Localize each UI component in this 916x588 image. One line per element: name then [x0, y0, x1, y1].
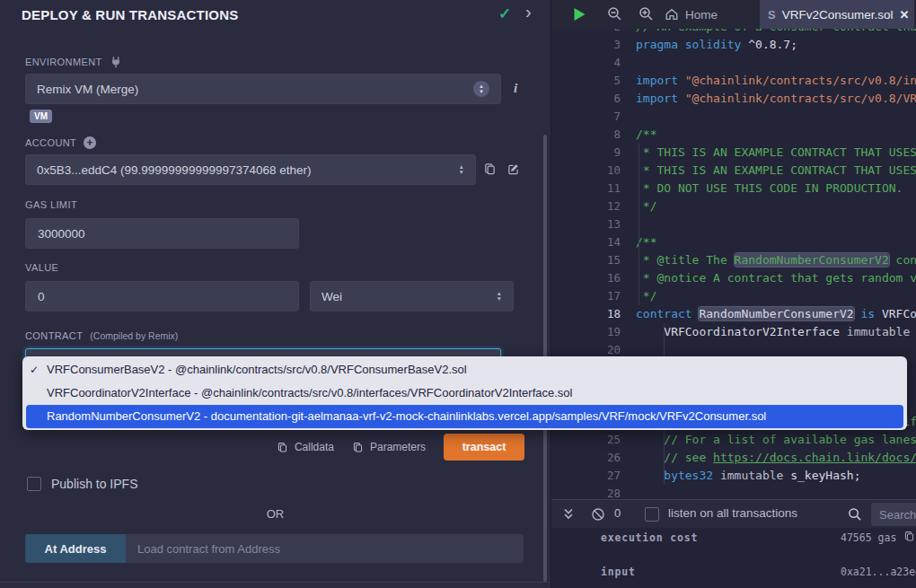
line-number[interactable]: 2	[551, 29, 621, 36]
value-unit-select[interactable]: Wei ▲▼	[310, 281, 514, 312]
clear-console-icon[interactable]	[591, 507, 605, 522]
line-number[interactable]: 8	[551, 126, 621, 144]
code-line[interactable]: 9 * THIS IS AN EXAMPLE CONTRACT THAT USE…	[551, 144, 916, 162]
tab-home[interactable]: Home	[665, 0, 718, 29]
line-number[interactable]: 7	[551, 108, 621, 126]
code-line[interactable]: 8/**	[551, 126, 916, 144]
chevron-right-icon[interactable]: ›	[525, 2, 532, 22]
dropdown-item[interactable]: VRFCoordinatorV2Interface - @chainlink/c…	[22, 382, 907, 405]
terminal-search-input[interactable]	[871, 503, 916, 526]
line-number[interactable]: 10	[551, 162, 621, 180]
line-text	[621, 485, 636, 499]
at-address-input[interactable]	[126, 534, 524, 563]
editor-tabbar: Home S VRFv2Consumer.sol ✕	[551, 0, 916, 29]
contract-dropdown: ✓VRFConsumerBaseV2 - @chainlink/contract…	[22, 356, 907, 430]
account-label: ACCOUNT +	[25, 136, 96, 149]
code-line[interactable]: 18contract RandomNumberConsumerV2 is VRF…	[551, 305, 916, 323]
code-line[interactable]: 25 // For a list of available gas lanes …	[551, 431, 916, 449]
line-number[interactable]: 27	[551, 467, 621, 485]
code-line[interactable]: 14/**	[551, 233, 916, 251]
indent-guide	[639, 144, 639, 305]
line-text: import "@chainlink/contracts/src/v0.8/VR…	[621, 90, 916, 108]
line-number[interactable]: 18	[551, 305, 621, 323]
line-number[interactable]: 4	[551, 54, 621, 72]
line-number[interactable]: 26	[551, 449, 621, 467]
line-text: VRFCoordinatorV2Interface immutable COOR…	[621, 323, 916, 341]
line-number[interactable]: 28	[551, 485, 621, 499]
code-line[interactable]: 6import "@chainlink/contracts/src/v0.8/V…	[551, 90, 916, 108]
search-icon	[848, 507, 862, 522]
line-number[interactable]: 16	[551, 269, 621, 287]
line-number[interactable]: 25	[551, 431, 621, 449]
info-icon[interactable]: i	[514, 81, 517, 96]
listen-all-checkbox[interactable]	[645, 507, 659, 522]
transact-button[interactable]: transact	[444, 434, 524, 461]
copy-icon	[277, 442, 288, 453]
zoom-in-icon[interactable]	[639, 6, 654, 22]
code-line[interactable]: 19 VRFCoordinatorV2Interface immutable C…	[551, 323, 916, 341]
gas-limit-input[interactable]	[25, 218, 299, 249]
run-script-icon[interactable]	[573, 7, 586, 22]
line-text: import "@chainlink/contracts/src/v0.8/in…	[621, 72, 916, 90]
code-line[interactable]: 3pragma solidity ^0.8.7;	[551, 36, 916, 54]
code-line[interactable]: 26 // see https://docs.chain.link/docs/v…	[551, 449, 916, 467]
code-line[interactable]: 16 * @notice A contract that gets random…	[551, 269, 916, 287]
line-number[interactable]: 17	[551, 287, 621, 305]
panel-title: DEPLOY & RUN TRANSACTIONS	[22, 7, 238, 22]
line-number[interactable]: 13	[551, 215, 621, 233]
copy-account-icon[interactable]	[483, 162, 497, 176]
line-number[interactable]: 9	[551, 144, 621, 162]
account-select[interactable]: 0x5B3...eddC4 (99.99999999999997374068 e…	[25, 154, 476, 185]
code-line[interactable]: 4	[551, 54, 916, 72]
value-unit: Wei	[321, 290, 342, 303]
parameters-action[interactable]: Parameters	[352, 441, 426, 453]
remix-ide: DEPLOY & RUN TRANSACTIONS ✓ › ENVIRONMEN…	[0, 0, 916, 588]
expand-terminal-icon[interactable]	[562, 507, 575, 521]
line-number[interactable]: 11	[551, 180, 621, 197]
home-icon	[665, 7, 679, 22]
terminal-content: execution cost 47565 gas input 0xa21...a…	[551, 528, 916, 588]
code-line[interactable]: 15 * @title The RandomNumberConsumerV2 c…	[551, 251, 916, 269]
line-number[interactable]: 3	[551, 36, 621, 54]
line-number[interactable]: 12	[551, 197, 621, 215]
code-line[interactable]: 17 */	[551, 287, 916, 305]
check-icon: ✓	[30, 358, 39, 382]
line-number[interactable]: 14	[551, 233, 621, 251]
listen-all-label: listen on all transactions	[668, 506, 797, 520]
environment-select[interactable]: Remix VM (Merge) ▲▼	[25, 74, 501, 104]
calldata-action[interactable]: Calldata	[277, 441, 334, 453]
line-number[interactable]: 15	[551, 251, 621, 269]
deploy-actions: Calldata Parameters transact	[0, 434, 524, 461]
copy-value-icon[interactable]	[903, 531, 915, 542]
dropdown-item[interactable]: ✓VRFConsumerBaseV2 - @chainlink/contract…	[22, 358, 907, 382]
tab-vrfv2consumer[interactable]: S VRFv2Consumer.sol ✕	[760, 0, 914, 29]
close-tab-icon[interactable]: ✕	[899, 8, 909, 22]
code-line[interactable]: 5import "@chainlink/contracts/src/v0.8/i…	[551, 72, 916, 90]
code-line[interactable]: 13	[551, 215, 916, 233]
code-line[interactable]: 12 */	[551, 197, 916, 215]
transaction-count-badge: 0	[614, 506, 621, 520]
dropdown-item[interactable]: RandomNumberConsumerV2 - documentation-g…	[26, 405, 903, 428]
code-line[interactable]: 10 * THIS IS AN EXAMPLE CONTRACT THAT US…	[551, 162, 916, 180]
code-line[interactable]: 27 bytes32 immutable s_keyHash;	[551, 467, 916, 485]
terminal-row-key: input	[601, 566, 636, 578]
line-number[interactable]: 19	[551, 323, 621, 341]
zoom-out-icon[interactable]	[607, 6, 622, 22]
value-input[interactable]	[25, 281, 299, 312]
publish-row: Publish to IPFS	[27, 477, 138, 491]
code-line[interactable]: 28	[551, 485, 916, 499]
line-text: // An example of a consumer contract tha…	[621, 29, 916, 36]
at-address-button[interactable]: At Address	[25, 534, 126, 563]
code-line[interactable]: 11 * DO NOT USE THIS CODE IN PRODUCTION.	[551, 180, 916, 197]
dropdown-item-label: RandomNumberConsumerV2 - documentation-g…	[47, 409, 766, 423]
edit-account-icon[interactable]	[506, 162, 520, 176]
publish-ipfs-checkbox[interactable]	[27, 477, 41, 491]
line-number[interactable]: 5	[551, 72, 621, 90]
code-line[interactable]: 2// An example of a consumer contract th…	[551, 29, 916, 36]
line-text	[621, 54, 636, 72]
line-number[interactable]: 6	[551, 90, 621, 108]
account-value: 0x5B3...eddC4 (99.99999999999997374068 e…	[37, 163, 312, 177]
code-line[interactable]: 7	[551, 108, 916, 126]
add-account-icon[interactable]: +	[84, 136, 96, 149]
dropdown-item-label: VRFCoordinatorV2Interface - @chainlink/c…	[47, 386, 572, 399]
